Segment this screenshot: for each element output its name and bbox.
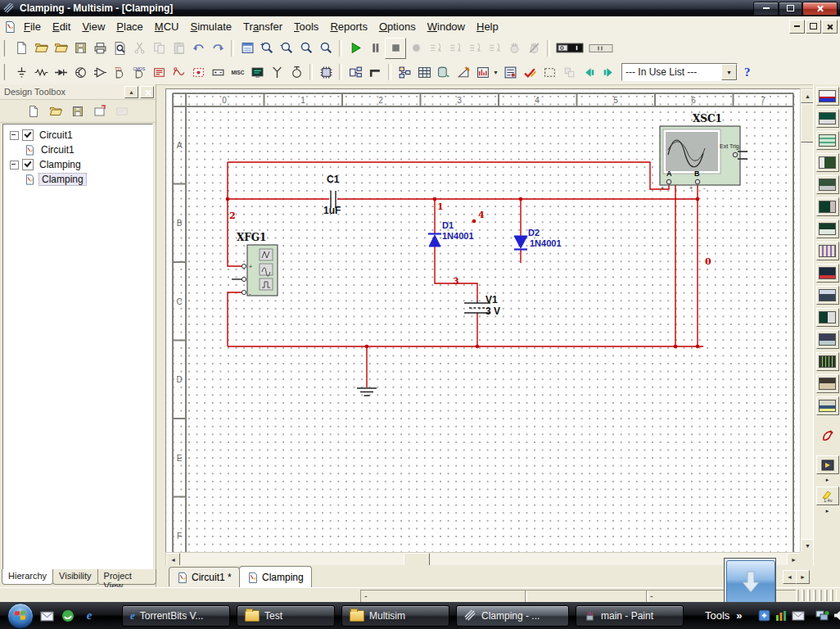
step-out-button[interactable]: [465, 38, 485, 58]
dt-new-button[interactable]: [25, 103, 42, 120]
taskbar-button-multisim[interactable]: Multisim: [341, 605, 449, 627]
tools-toolbar-label[interactable]: Tools: [705, 609, 729, 622]
tab-clamping[interactable]: Clamping: [239, 566, 312, 587]
tab-visibility[interactable]: Visibility: [52, 569, 98, 585]
toggle-spreadsheet-button[interactable]: [414, 62, 434, 82]
place-mixed-button[interactable]: [169, 62, 188, 82]
dt-save-button[interactable]: [70, 103, 86, 120]
place-diode-button[interactable]: [51, 62, 70, 82]
menu-help[interactable]: Help: [471, 18, 504, 35]
ungroup-button[interactable]: [559, 62, 579, 82]
multimeter-button[interactable]: [816, 87, 839, 106]
tray-network-icon[interactable]: [815, 609, 829, 622]
cut-button[interactable]: [129, 38, 149, 58]
tree-node-circuit1-sheet[interactable]: Circuit1: [3, 143, 152, 157]
tools-chevron[interactable]: »: [736, 609, 742, 622]
print-preview-button[interactable]: [110, 38, 129, 58]
pause-button[interactable]: [365, 38, 385, 58]
menu-window[interactable]: Window: [422, 18, 471, 35]
place-cmos-button[interactable]: CMOS: [129, 62, 149, 82]
panel-close-button[interactable]: [140, 86, 154, 98]
database-manager-button[interactable]: [434, 62, 454, 82]
toggle-project-view-button[interactable]: [237, 38, 257, 58]
capture-area-button[interactable]: [540, 62, 559, 82]
grapher-button[interactable]: [454, 62, 473, 82]
tab-scroll-left-button[interactable]: ◄: [783, 570, 797, 584]
menu-reports[interactable]: Reports: [324, 18, 373, 35]
analyses-button[interactable]: [473, 62, 493, 82]
zoom-out-button[interactable]: -: [277, 38, 296, 58]
tab-circuit1[interactable]: Circuit1 *: [169, 567, 240, 586]
minimize-button[interactable]: [753, 2, 779, 16]
four-channel-oscilloscope-button[interactable]: [816, 175, 839, 194]
postprocessor-button[interactable]: [500, 62, 520, 82]
resize-grip[interactable]: [796, 590, 837, 601]
wattmeter-button[interactable]: [816, 131, 839, 150]
ground-symbol[interactable]: [357, 388, 377, 396]
place-misc-button[interactable]: MISC: [228, 62, 247, 82]
frequency-counter-button[interactable]: [816, 219, 839, 238]
place-electromechanical-button[interactable]: [287, 62, 306, 82]
tab-hierarchy[interactable]: Hierarchy: [2, 569, 53, 585]
function-generator-button[interactable]: [816, 109, 839, 128]
oscilloscope-button[interactable]: [816, 153, 839, 172]
tree-node-clamping-sheet[interactable]: Clamping: [3, 172, 152, 187]
download-notification-button[interactable]: [724, 558, 776, 604]
forward-annotate-button[interactable]: [598, 62, 618, 82]
place-bus-button[interactable]: [365, 62, 385, 82]
tree-node-clamping[interactable]: Clamping: [3, 157, 152, 172]
agilent-instrument-button[interactable]: [816, 396, 839, 415]
record-button[interactable]: [406, 38, 426, 58]
step-over-button[interactable]: [445, 38, 465, 58]
panel-collapse-button[interactable]: ▲: [124, 86, 138, 98]
place-transistor-button[interactable]: [70, 62, 90, 82]
checkbox-icon[interactable]: [22, 129, 34, 141]
spectrum-analyzer-button[interactable]: [816, 352, 839, 371]
analyses-dropdown[interactable]: ▼: [493, 70, 500, 75]
paste-button[interactable]: [169, 38, 188, 58]
dt-new-sheet-button[interactable]: [92, 103, 108, 120]
bode-plotter-button[interactable]: [816, 197, 839, 216]
toolbar-grip[interactable]: [3, 40, 9, 57]
toolbar-grip[interactable]: [3, 64, 9, 80]
expander-icon[interactable]: [10, 161, 19, 170]
place-indicator-button[interactable]: [188, 62, 208, 82]
word-generator-button[interactable]: [816, 242, 839, 260]
place-hierarchical-block-button[interactable]: [345, 62, 365, 82]
labview-expand-button[interactable]: ►: [814, 477, 840, 484]
mdi-close-button[interactable]: [822, 20, 838, 34]
wire[interactable]: [228, 162, 703, 387]
labview-instruments-button[interactable]: [816, 455, 839, 474]
toggle-design-toolbox-button[interactable]: [395, 62, 414, 82]
logic-analyzer-button[interactable]: [816, 264, 839, 283]
menu-options[interactable]: Options: [373, 18, 422, 35]
zoom-in-button[interactable]: +: [257, 38, 277, 58]
zoom-area-button[interactable]: [296, 38, 316, 58]
place-mcu-button[interactable]: [316, 62, 336, 82]
place-source-button[interactable]: [11, 62, 31, 82]
mdi-restore-button[interactable]: [806, 20, 821, 34]
taskbar-button-test[interactable]: Test: [237, 605, 335, 627]
place-basic-button[interactable]: [31, 62, 51, 82]
close-button[interactable]: [802, 2, 838, 16]
stop-button[interactable]: [385, 38, 406, 59]
restore-button[interactable]: [779, 2, 802, 16]
menu-edit[interactable]: Edit: [47, 18, 76, 35]
tray-volume-icon[interactable]: [833, 609, 840, 622]
battery-v1[interactable]: V1 3 V: [464, 294, 500, 317]
redo-button[interactable]: [208, 38, 228, 58]
menu-transfer[interactable]: Transfer: [237, 18, 288, 35]
menu-tools[interactable]: Tools: [288, 18, 324, 35]
schematic-canvas[interactable]: 0 1 2 3 4 5 6 7 A B C D E F C1 1uF + - X…: [165, 88, 801, 553]
run-to-cursor-button[interactable]: [485, 38, 504, 58]
iv-analyzer-button[interactable]: [816, 308, 839, 327]
menu-simulate[interactable]: Simulate: [184, 18, 237, 35]
run-stop-switch[interactable]: [553, 38, 586, 58]
distortion-analyzer-button[interactable]: [816, 330, 839, 349]
logic-converter-button[interactable]: [816, 286, 839, 305]
open-samples-button[interactable]: [51, 38, 70, 58]
copy-button[interactable]: [149, 38, 169, 58]
run-button[interactable]: [345, 38, 365, 58]
network-analyzer-button[interactable]: [816, 374, 839, 393]
tree-node-circuit1[interactable]: Circuit1: [3, 128, 152, 143]
